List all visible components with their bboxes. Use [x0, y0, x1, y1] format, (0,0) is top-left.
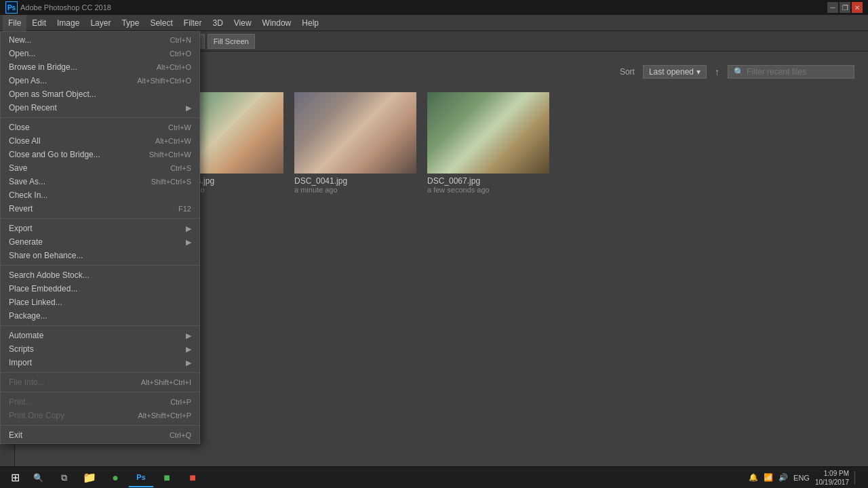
- title-bar-left: Ps Adobe Photoshop CC 2018: [5, 1, 111, 14]
- menu-item-open-as[interactable]: Open As... Alt+Shift+Ctrl+O: [1, 74, 199, 87]
- menu-item-save[interactable]: Save Ctrl+S: [1, 161, 199, 175]
- restore-button[interactable]: ❐: [840, 2, 850, 13]
- thumbnail-4[interactable]: DSC_0067.jpg a few seconds ago: [427, 92, 549, 194]
- menu-item-open-recent[interactable]: Open Recent ▶: [1, 101, 199, 115]
- menu-item-package[interactable]: Package...: [1, 309, 199, 323]
- taskbar-time-value: 1:09 PM: [824, 469, 849, 478]
- menu-filter[interactable]: Filter: [178, 15, 208, 31]
- menu-file[interactable]: File: [3, 15, 26, 31]
- menu-section-7: Print... Ctrl+P Print One Copy Alt+Shift…: [1, 394, 199, 424]
- divider-7: [1, 425, 199, 426]
- menu-type[interactable]: Type: [116, 15, 144, 31]
- close-button[interactable]: ✕: [852, 2, 863, 13]
- menu-item-print-one-copy[interactable]: Print One Copy Alt+Shift+Ctrl+P: [1, 409, 199, 422]
- sort-dropdown[interactable]: Last opened ▾: [643, 65, 707, 79]
- menu-section-8: Exit Ctrl+Q: [1, 427, 199, 443]
- taskbar-network-icon: 📶: [764, 473, 773, 482]
- taskbar: ⊞ 🔍 ⧉ 📁 ● Ps ■ ■ 🔔 📶 🔊 ENG 1:09 PM 10/19…: [0, 466, 868, 488]
- menu-item-print[interactable]: Print... Ctrl+P: [1, 395, 199, 409]
- menu-section-1: New... Ctrl+N Open... Ctrl+O Browse in B…: [1, 32, 199, 116]
- menu-section-3: Export ▶ Generate ▶ Share on Behance...: [1, 220, 199, 264]
- app-title: Adobe Photoshop CC 2018: [20, 3, 111, 12]
- filter-input[interactable]: [747, 67, 848, 77]
- menu-item-close[interactable]: Close Ctrl+W: [1, 121, 199, 134]
- menu-help[interactable]: Help: [296, 15, 324, 31]
- filter-search-icon: 🔍: [734, 67, 744, 77]
- taskbar-date-value: 10/19/2017: [815, 478, 849, 487]
- menu-item-export[interactable]: Export ▶: [1, 222, 199, 235]
- filter-input-container[interactable]: 🔍: [728, 65, 854, 79]
- sort-label: Sort: [620, 67, 635, 77]
- chevron-down-icon: ▾: [696, 67, 701, 77]
- menu-view[interactable]: View: [229, 15, 257, 31]
- taskbar-language: ENG: [793, 474, 810, 482]
- file-dropdown-menu: New... Ctrl+N Open... Ctrl+O Browse in B…: [0, 31, 200, 444]
- taskbar-photoshop[interactable]: Ps: [129, 468, 153, 487]
- menu-bar: File Edit Image Layer Type Select Filter…: [0, 15, 868, 31]
- thumb-time-4: a few seconds ago: [427, 186, 549, 194]
- menu-item-browse-bridge[interactable]: Browse in Bridge... Alt+Ctrl+O: [1, 60, 199, 74]
- menu-3d[interactable]: 3D: [207, 15, 228, 31]
- thumb-time-3: a minute ago: [294, 186, 416, 194]
- menu-item-close-bridge[interactable]: Close and Go to Bridge... Shift+Ctrl+W: [1, 148, 199, 161]
- menu-window[interactable]: Window: [257, 15, 297, 31]
- taskbar-notifications-icon: 🔔: [749, 473, 758, 482]
- taskbar-volume-icon: 🔊: [778, 473, 788, 482]
- divider-1: [1, 117, 199, 118]
- menu-image[interactable]: Image: [52, 15, 85, 31]
- menu-item-generate[interactable]: Generate ▶: [1, 235, 199, 249]
- divider-5: [1, 372, 199, 373]
- divider-3: [1, 265, 199, 266]
- taskbar-apps: ⧉ 📁 ● Ps ■ ■: [52, 468, 205, 487]
- menu-section-5: Automate ▶ Scripts ▶ Import ▶: [1, 327, 199, 371]
- sort-value: Last opened: [649, 67, 694, 77]
- taskbar-search-button[interactable]: 🔍: [28, 468, 47, 487]
- start-button[interactable]: ⊞: [3, 468, 27, 487]
- menu-edit[interactable]: Edit: [26, 15, 52, 31]
- taskbar-app-red[interactable]: ■: [180, 468, 205, 487]
- menu-item-exit[interactable]: Exit Ctrl+Q: [1, 428, 199, 442]
- app-logo: Ps: [5, 1, 18, 14]
- menu-item-close-all[interactable]: Close All Alt+Ctrl+W: [1, 134, 199, 148]
- menu-select[interactable]: Select: [144, 15, 178, 31]
- taskbar-right: 🔔 📶 🔊 ENG 1:09 PM 10/19/2017: [749, 469, 865, 487]
- menu-item-place-embedded[interactable]: Place Embedded...: [1, 282, 199, 296]
- fill-screen-button[interactable]: Fill Screen: [208, 34, 255, 49]
- menu-item-save-as[interactable]: Save As... Shift+Ctrl+S: [1, 175, 199, 188]
- thumbnail-image-3: [294, 92, 416, 174]
- menu-item-open[interactable]: Open... Ctrl+O: [1, 47, 199, 60]
- menu-item-share-behance[interactable]: Share on Behance...: [1, 249, 199, 262]
- menu-item-open-smart-object[interactable]: Open as Smart Object...: [1, 87, 199, 101]
- title-bar: Ps Adobe Photoshop CC 2018 ─ ❐ ✕: [0, 0, 868, 15]
- menu-item-file-info[interactable]: File Info... Alt+Shift+Ctrl+I: [1, 375, 199, 389]
- taskbar-task-view[interactable]: ⧉: [52, 468, 76, 487]
- show-desktop-button[interactable]: [854, 471, 860, 485]
- menu-section-6: File Info... Alt+Shift+Ctrl+I: [1, 374, 199, 390]
- divider-4: [1, 325, 199, 326]
- thumbnail-3[interactable]: DSC_0041.jpg a minute ago: [294, 92, 416, 194]
- menu-item-scripts[interactable]: Scripts ▶: [1, 342, 199, 356]
- menu-item-search-stock[interactable]: Search Adobe Stock...: [1, 268, 199, 282]
- thumbnail-image-4: [427, 92, 549, 174]
- taskbar-app-green[interactable]: ■: [155, 468, 179, 487]
- thumb-filename-3: DSC_0041.jpg: [294, 176, 416, 186]
- menu-item-check-in[interactable]: Check In...: [1, 188, 199, 202]
- menu-section-4: Search Adobe Stock... Place Embedded... …: [1, 267, 199, 324]
- menu-item-automate[interactable]: Automate ▶: [1, 329, 199, 342]
- sort-direction-icon[interactable]: ↑: [715, 66, 719, 77]
- menu-item-import[interactable]: Import ▶: [1, 356, 199, 369]
- taskbar-clock: 1:09 PM 10/19/2017: [815, 469, 849, 487]
- menu-section-2: Close Ctrl+W Close All Alt+Ctrl+W Close …: [1, 119, 199, 217]
- taskbar-chrome[interactable]: ●: [103, 468, 127, 487]
- menu-item-new[interactable]: New... Ctrl+N: [1, 33, 199, 47]
- minimize-button[interactable]: ─: [827, 2, 838, 13]
- divider-6: [1, 392, 199, 392]
- divider-2: [1, 218, 199, 219]
- menu-item-place-linked[interactable]: Place Linked...: [1, 296, 199, 309]
- thumb-filename-4: DSC_0067.jpg: [427, 176, 549, 186]
- window-controls: ─ ❐ ✕: [827, 2, 863, 13]
- menu-layer[interactable]: Layer: [85, 15, 116, 31]
- taskbar-explorer[interactable]: 📁: [77, 468, 102, 487]
- menu-item-revert[interactable]: Revert F12: [1, 202, 199, 216]
